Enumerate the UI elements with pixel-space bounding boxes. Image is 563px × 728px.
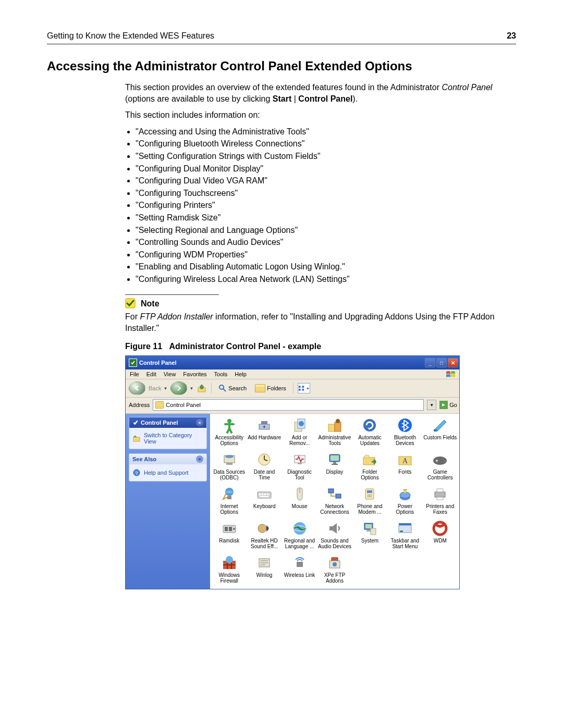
cp-item-power[interactable]: Power Options — [388, 486, 422, 515]
svg-point-84 — [434, 522, 446, 535]
cp-item-hardware[interactable]: Add Hardware — [248, 417, 281, 446]
svg-rect-70 — [225, 527, 228, 531]
window-titlebar[interactable]: Control Panel _ □ ✕ — [126, 356, 459, 369]
topic-list-item: "Configuring Printers" — [136, 200, 516, 211]
display-icon — [326, 451, 343, 468]
cp-item-realtek[interactable]: Realtek HD Sound Eff... — [248, 520, 281, 549]
views-button[interactable]: ▼ — [298, 383, 310, 393]
views-dropdown-icon: ▼ — [306, 387, 310, 390]
minimize-button[interactable]: _ — [425, 358, 435, 367]
cp-item-inet[interactable]: Internet Options — [213, 486, 246, 515]
cp-item-regional[interactable]: Regional and Language ... — [283, 520, 316, 549]
cp-item-label: Game Controllers — [423, 469, 457, 480]
address-dropdown-button[interactable]: ▼ — [427, 400, 436, 410]
go-button[interactable]: Go — [439, 401, 457, 409]
cp-item-display[interactable]: Display — [318, 451, 351, 480]
help-support-link[interactable]: ? Help and Support — [132, 467, 203, 478]
cp-item-fonts[interactable]: AFonts — [388, 451, 422, 480]
close-button[interactable]: ✕ — [448, 358, 458, 367]
svg-rect-66 — [435, 492, 445, 497]
cp-item-keyboard[interactable]: Keyboard — [248, 486, 281, 515]
svg-rect-47 — [259, 493, 261, 495]
cp-item-odbc[interactable]: Data Sources (ODBC) — [213, 451, 246, 480]
cp-item-wireless[interactable]: Wireless Link — [283, 554, 316, 584]
svg-rect-19 — [328, 424, 335, 431]
menu-item-help[interactable]: Help — [235, 371, 247, 377]
address-field[interactable]: Control Panel — [153, 399, 424, 411]
cp-item-network[interactable]: Network Connections — [318, 486, 351, 515]
control-panel-small-icon — [132, 419, 139, 426]
svg-point-89 — [226, 556, 233, 563]
custom-icon — [432, 417, 448, 434]
menu-bar[interactable]: FileEditViewFavoritesToolsHelp — [126, 369, 459, 379]
cp-item-label: Internet Options — [213, 503, 246, 515]
menu-item-file[interactable]: File — [130, 371, 139, 377]
address-bar: Address Control Panel ▼ Go — [126, 398, 459, 414]
cp-item-admintools[interactable]: Administrative Tools — [318, 417, 351, 446]
cp-item-xpeftp[interactable]: XPe FTP Addons — [318, 554, 351, 584]
cp-item-diagnostic[interactable]: Diagnostic Tool — [283, 451, 316, 480]
cp-item-winlog[interactable]: Winlog — [248, 554, 281, 584]
see-also-header[interactable]: See Also « — [129, 454, 206, 464]
svg-rect-14 — [261, 421, 267, 424]
cp-item-label: Display — [326, 469, 344, 475]
cp-item-accessibility[interactable]: Accessibility Options — [213, 417, 246, 446]
accessibility-icon — [221, 417, 238, 434]
category-view-icon — [132, 434, 141, 442]
cp-item-label: Phone and Modem ... — [353, 503, 386, 515]
menu-item-view[interactable]: View — [164, 371, 176, 377]
cp-item-phone[interactable]: Phone and Modem ... — [353, 486, 386, 515]
cp-item-label: Diagnostic Tool — [283, 469, 316, 480]
cp-item-system[interactable]: System — [353, 520, 386, 549]
back-dropdown-icon[interactable]: ▼ — [163, 386, 167, 391]
svg-rect-81 — [399, 523, 411, 525]
toolbar: Back ▼ ▼ Search Folders — [126, 379, 459, 398]
svg-rect-8 — [133, 437, 140, 441]
cp-item-datetime[interactable]: Date and Time — [248, 451, 281, 480]
maximize-button[interactable]: □ — [436, 358, 447, 367]
cp-item-printers[interactable]: Printers and Faxes — [423, 486, 457, 515]
menu-item-edit[interactable]: Edit — [146, 371, 156, 377]
mouse-icon — [291, 486, 308, 502]
cp-item-bluetooth[interactable]: Bluetooth Devices — [388, 417, 422, 446]
system-icon — [361, 520, 378, 537]
taskbar-icon — [397, 520, 413, 537]
svg-point-15 — [263, 426, 265, 428]
svg-rect-79 — [366, 529, 371, 532]
section-title: Accessing the Administrator Control Pane… — [47, 59, 516, 73]
collapse-icon[interactable]: « — [196, 419, 203, 426]
see-also-collapse-icon[interactable]: « — [196, 455, 203, 463]
cp-item-sounds[interactable]: Sounds and Audio Devices — [318, 520, 351, 549]
cp-item-mouse[interactable]: Mouse — [283, 486, 316, 515]
cp-item-updates[interactable]: Automatic Updates — [353, 417, 386, 446]
cp-item-custom[interactable]: Custom Fields — [423, 417, 457, 446]
menu-item-favorites[interactable]: Favorites — [183, 371, 206, 377]
cp-item-game[interactable]: Game Controllers — [423, 451, 457, 480]
ramdisk-icon — [221, 520, 238, 537]
folderopt-icon — [361, 451, 378, 468]
svg-point-43 — [444, 461, 446, 462]
cp-item-taskbar[interactable]: Taskbar and Start Menu — [388, 520, 422, 549]
cp-item-addremove[interactable]: Add or Remov... — [283, 417, 316, 446]
addremove-icon — [291, 417, 308, 434]
cp-item-wdm[interactable]: WDM — [423, 520, 457, 549]
search-button[interactable]: Search — [216, 383, 249, 393]
svg-point-59 — [371, 495, 372, 496]
inet-icon — [221, 486, 238, 502]
cp-item-ramdisk[interactable]: Ramdisk — [213, 520, 246, 549]
side-panel-header[interactable]: Control Panel « — [129, 417, 206, 428]
admintools-icon — [326, 417, 343, 434]
up-button[interactable] — [197, 383, 207, 393]
cp-item-firewall[interactable]: Windows Firewall — [213, 554, 246, 584]
see-also-title: See Also — [132, 456, 156, 462]
menu-item-tools[interactable]: Tools — [214, 371, 228, 377]
control-panel-grid: Accessibility OptionsAdd HardwareAdd or … — [210, 414, 459, 589]
cp-item-folderopt[interactable]: Folder Options — [353, 451, 386, 480]
note-check-icon — [125, 298, 136, 309]
folders-button[interactable]: Folders — [252, 383, 289, 393]
switch-category-view-link[interactable]: Switch to Category View — [132, 431, 203, 446]
forward-button[interactable] — [170, 381, 187, 395]
svg-rect-20 — [335, 422, 341, 431]
forward-dropdown-icon[interactable]: ▼ — [189, 386, 193, 391]
back-button[interactable] — [129, 381, 145, 395]
